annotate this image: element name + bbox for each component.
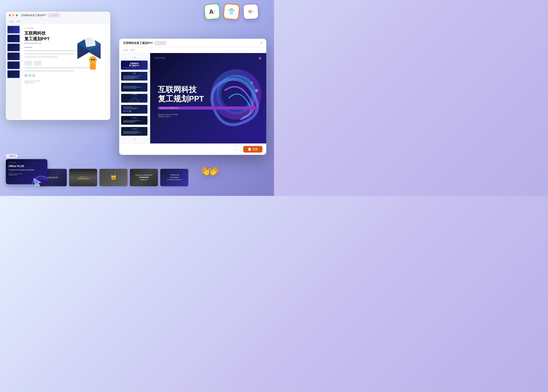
back-illustration bbox=[72, 31, 106, 74]
window-dot-yellow[interactable] bbox=[12, 14, 14, 16]
template-style-icon[interactable]: 👕 ✦ bbox=[223, 3, 240, 20]
font-style-icon[interactable]: A ⁴ ✦ bbox=[204, 3, 221, 20]
clap-sparkles: ✦ ✦ bbox=[211, 157, 219, 162]
back-thumb-5[interactable] bbox=[7, 61, 20, 69]
thumbnail-7[interactable]: 工作概述 bbox=[121, 126, 148, 136]
svg-point-7 bbox=[89, 56, 97, 64]
scrollbar-thumb[interactable] bbox=[149, 63, 149, 74]
back-speaker: Speaker name and titleOfficePLUS.cn bbox=[24, 80, 107, 84]
star-button[interactable]: ☆ bbox=[235, 146, 241, 152]
svg-point-10 bbox=[93, 59, 95, 60]
back-window-title: 互联网科技复工规划PPT bbox=[21, 14, 46, 17]
thumbnail-1[interactable]: 互联网科技复工规划PPT bbox=[121, 60, 148, 70]
thumbnail-5[interactable] bbox=[121, 105, 148, 114]
front-window-footer: ☆ 📄 创建 bbox=[119, 143, 266, 155]
template-cards-row: OfficePLUS OfficePLUS 🐱 OfficePLUS POWER… bbox=[39, 169, 188, 186]
front-window: 互联网科技复工规划PPT ♦ 会员专享 × 15 页 16:9 ▲ 互联网科技复… bbox=[119, 39, 266, 155]
template-card-cat[interactable]: 🐱 bbox=[99, 169, 127, 186]
back-divider bbox=[24, 47, 32, 48]
settings-icon[interactable]: ⚙ • ✦ bbox=[243, 3, 259, 20]
clap-hands-emoji: 👐 bbox=[201, 162, 220, 180]
front-window-header: 互联网科技复工规划PPT ♦ 会员专享 × bbox=[119, 39, 266, 48]
thumbnail-6[interactable]: 工作概述 bbox=[121, 116, 148, 125]
cat-emoji: 🐱 bbox=[111, 175, 117, 180]
front-window-meta: 15 页 16:9 bbox=[119, 48, 266, 53]
preview-logo: LOGO HERE bbox=[154, 57, 166, 59]
svg-point-9 bbox=[91, 59, 92, 60]
front-window-title: 互联网科技复工规划PPT bbox=[123, 42, 153, 45]
main-preview-content: LOGO HERE 🔍 互联网科技复工规划PPT Reported by Off… bbox=[150, 53, 266, 143]
svg-point-11 bbox=[90, 64, 96, 70]
scroll-down-arrow[interactable]: ▼ bbox=[121, 138, 148, 141]
create-button[interactable]: 📄 创建 bbox=[243, 146, 262, 153]
swap-label: 一键换肤 bbox=[6, 154, 17, 158]
thumbnail-2[interactable]: 目录 bbox=[121, 71, 148, 81]
back-window-meta: 15 页 16:9 bbox=[6, 19, 110, 24]
preview-main-title: 互联网科技复工规划PPT bbox=[158, 85, 258, 103]
front-window-close[interactable]: × bbox=[260, 41, 262, 45]
back-info-row-2 bbox=[24, 53, 74, 55]
front-main-preview: LOGO HERE 🔍 互联网科技复工规划PPT Reported by Off… bbox=[150, 53, 266, 143]
create-icon: 📄 bbox=[248, 148, 251, 151]
back-thumb-6[interactable] bbox=[7, 70, 20, 78]
back-info-row-3 bbox=[24, 56, 57, 58]
preview-speaker: Speaker name and title OfficePLUS.cn bbox=[158, 113, 258, 118]
back-info-row-5 bbox=[24, 70, 74, 72]
back-member-badge: ♦ 会员专享 bbox=[48, 14, 60, 17]
back-sidebar bbox=[6, 24, 21, 119]
scrollbar-track bbox=[149, 61, 149, 140]
swap-card-logo: LOGO HERE bbox=[8, 162, 45, 163]
swap-panel: 一键换肤 LOGO HERE Office PLUS Powerpoint st… bbox=[6, 154, 47, 184]
svg-point-17 bbox=[251, 82, 253, 84]
thumbnail-3[interactable] bbox=[121, 83, 148, 92]
front-window-body: ▲ 互联网科技复工规划PPT 目录 bbox=[119, 53, 266, 143]
thumbnail-4[interactable]: 工作概述 bbox=[121, 93, 148, 103]
swap-card-title: Office PLUS Powerpoint standard template bbox=[8, 164, 45, 171]
scroll-up-arrow[interactable]: ▲ bbox=[121, 55, 148, 59]
svg-marker-13 bbox=[129, 97, 140, 102]
back-thumb-2[interactable] bbox=[7, 35, 20, 42]
window-dot-green[interactable] bbox=[16, 14, 18, 16]
front-member-badge: ♦ 会员专享 bbox=[155, 42, 166, 45]
template-card-city[interactable]: OfficePLUS bbox=[69, 169, 97, 186]
back-main-logo: LOGO HERE bbox=[24, 27, 107, 29]
back-thumb-3[interactable] bbox=[7, 43, 20, 51]
back-window: 互联网科技复工规划PPT ♦ 会员专享 15 页 16:9 LOGO HERE … bbox=[6, 12, 110, 120]
preview-badge: Reported by OfficePLUS bbox=[158, 106, 258, 110]
top-icons-group: A ⁴ ✦ 👕 ✦ ⚙ • ✦ bbox=[204, 4, 258, 19]
template-card-construction[interactable]: OfficePLUS POWERPOINT STANDARD TEMPLATE bbox=[130, 169, 158, 186]
back-window-content: LOGO HERE 互联网科技 复工规划PPT Reported by Offi… bbox=[6, 24, 110, 119]
front-window-header-left: 互联网科技复工规划PPT ♦ 会员专享 bbox=[123, 42, 166, 45]
back-thumb-1[interactable] bbox=[7, 26, 20, 34]
window-dot-red[interactable] bbox=[9, 14, 11, 16]
back-thumb-4[interactable] bbox=[7, 52, 20, 60]
swap-card-divider bbox=[8, 172, 13, 172]
front-sidebar: ▲ 互联网科技复工规划PPT 目录 bbox=[119, 53, 150, 143]
template-card-ppt[interactable]: " OfficePLUSPowerPoint STANDARD TEMPLATE bbox=[160, 169, 188, 186]
back-window-titlebar: 互联网科技复工规划PPT ♦ 会员专享 bbox=[6, 12, 110, 19]
create-label: 创建 bbox=[252, 147, 258, 151]
svg-marker-12 bbox=[34, 177, 42, 187]
